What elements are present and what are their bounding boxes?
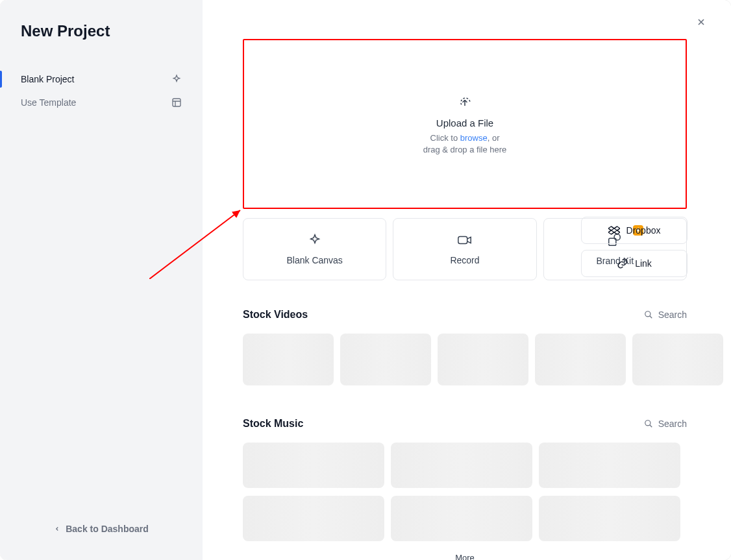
stock-video-tile[interactable] [340, 334, 431, 385]
dropbox-icon [608, 225, 620, 236]
section-header: Stock Music Search [243, 418, 687, 430]
dropbox-label: Dropbox [626, 225, 661, 236]
section-title: Stock Music [243, 418, 303, 430]
sidebar-item-label: Use Template [21, 97, 76, 108]
music-row [243, 496, 687, 541]
search-label: Search [658, 310, 687, 320]
cloud-upload-icon [456, 93, 474, 110]
page-title: New Project [0, 0, 203, 56]
sparkle-icon [171, 74, 182, 84]
stock-videos-row [243, 334, 725, 385]
sidebar-item-label: Blank Project [21, 74, 74, 84]
stock-video-tile[interactable] [632, 334, 723, 385]
link-button[interactable]: Link [581, 250, 688, 277]
link-icon [617, 258, 628, 269]
card-label: Blank Canvas [286, 255, 342, 265]
stock-video-tile[interactable] [243, 334, 334, 385]
search-icon [644, 310, 653, 319]
camera-icon [457, 233, 473, 247]
upload-sub-prefix: Click to [430, 133, 460, 143]
sidebar: New Project Blank Project Use Template B… [0, 0, 203, 560]
layout-icon [171, 97, 182, 108]
stock-music-tile[interactable] [391, 496, 532, 541]
svg-point-4 [645, 311, 650, 317]
back-to-dashboard-link[interactable]: Back to Dashboard [54, 524, 149, 534]
search-label: Search [658, 419, 687, 429]
section-header: Stock Videos Search [243, 309, 687, 321]
close-button[interactable] [693, 14, 709, 30]
chevron-left-icon [54, 526, 60, 532]
sidebar-item-use-template[interactable]: Use Template [0, 91, 203, 114]
browse-link[interactable]: browse [460, 133, 488, 143]
music-row [243, 443, 687, 488]
stock-music-tile[interactable] [243, 443, 384, 488]
svg-rect-0 [173, 99, 180, 106]
stock-music-tile[interactable] [391, 443, 532, 488]
upload-sub-line2: drag & drop a file here [423, 145, 507, 154]
back-label: Back to Dashboard [66, 524, 149, 534]
stock-music-tile[interactable] [539, 496, 680, 541]
search-stock-videos[interactable]: Search [644, 310, 687, 320]
stock-video-tile[interactable] [535, 334, 626, 385]
upload-subtitle: Click to browse, or drag & drop a file h… [423, 132, 507, 155]
link-label: Link [635, 258, 652, 269]
svg-rect-1 [458, 236, 467, 243]
stock-music-section: Stock Music Search More [243, 418, 687, 560]
upload-sub-suffix: , or [488, 133, 500, 143]
blank-canvas-card[interactable]: Blank Canvas [243, 218, 386, 280]
upload-inner: Upload a File Click to browse, or drag &… [423, 93, 507, 155]
upload-title: Upload a File [423, 117, 507, 128]
side-actions: Dropbox Link [581, 217, 688, 277]
more-music-link[interactable]: More [243, 549, 687, 560]
search-icon [644, 419, 653, 428]
stock-video-tile[interactable] [438, 334, 528, 385]
sidebar-item-blank-project[interactable]: Blank Project [0, 67, 203, 91]
sidebar-footer: Back to Dashboard [0, 524, 203, 560]
stock-videos-section: Stock Videos Search [243, 309, 687, 385]
search-stock-music[interactable]: Search [644, 419, 687, 429]
main-content: Upload a File Click to browse, or drag &… [203, 0, 731, 560]
stock-music-tile[interactable] [539, 443, 680, 488]
dropbox-button[interactable]: Dropbox [581, 217, 688, 244]
section-title: Stock Videos [243, 309, 308, 321]
stock-music-tile[interactable] [243, 496, 384, 541]
svg-point-5 [645, 420, 650, 426]
upload-dropzone[interactable]: Upload a File Click to browse, or drag &… [243, 39, 687, 209]
record-card[interactable]: Record [393, 218, 536, 280]
card-label: Record [450, 255, 479, 265]
sidebar-items: Blank Project Use Template [0, 56, 203, 114]
sparkle-icon [308, 233, 322, 247]
